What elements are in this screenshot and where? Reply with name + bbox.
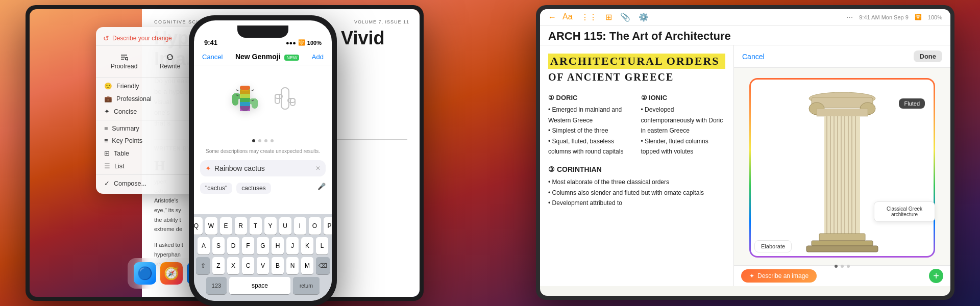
concise-item[interactable]: ✦Concise <box>96 105 198 118</box>
svg-rect-37 <box>819 234 865 241</box>
key-u[interactable]: U <box>279 217 291 235</box>
doric-note-2: • Simplest of the three <box>548 125 633 136</box>
summary-label: Summary <box>112 125 139 132</box>
summary-item[interactable]: ≡Summary <box>96 122 198 135</box>
key-y[interactable]: Y <box>264 217 277 235</box>
cancel-done-bar: Cancel Done <box>734 45 950 68</box>
svg-rect-27 <box>824 116 860 234</box>
list-item[interactable]: ☰List <box>96 160 198 172</box>
svg-rect-9 <box>240 94 250 98</box>
key-return[interactable]: return <box>293 277 320 294</box>
professional-label: Professional <box>116 95 152 103</box>
describe-change-row[interactable]: ↺ Describe your change <box>96 31 198 46</box>
genmoji-warning: Some descriptions may create unexpected … <box>194 146 332 158</box>
describe-image-button[interactable]: ✦ Describe an image <box>741 269 817 283</box>
ionic-note-2: • Slender, fluted columns topped with vo… <box>641 136 726 157</box>
key-d[interactable]: D <box>227 237 239 254</box>
toolbar-icon-font[interactable]: Aa <box>562 12 573 22</box>
table-item[interactable]: ⊞Table <box>96 147 198 160</box>
key-n[interactable]: N <box>286 257 299 274</box>
done-button[interactable]: Done <box>914 50 943 62</box>
toolbar-icon-table[interactable]: ⊞ <box>605 12 612 22</box>
corinthian-title: ③ CORINTHIAN <box>548 164 725 176</box>
heading-line2: OF ANCIENT GREECE <box>548 71 725 83</box>
toolbar-icon-list[interactable]: ⋮⋮ <box>581 12 597 22</box>
dot-1 <box>252 139 255 142</box>
classical-label: Classical Greek architecture <box>874 201 935 222</box>
cactus-emoji-alt <box>271 80 299 124</box>
doric-note-3: • Squat, fluted, baseless columns with r… <box>548 136 633 157</box>
dot-4 <box>271 139 274 142</box>
toolbar-icon-attach[interactable]: 📎 <box>620 12 630 22</box>
svg-point-0 <box>126 58 128 60</box>
key-x[interactable]: X <box>227 257 239 274</box>
key-f[interactable]: F <box>242 237 254 254</box>
proofread-rewrite-row: Proofread Rewrite <box>96 48 198 75</box>
mic-icon[interactable]: 🎤 <box>317 183 326 194</box>
svg-rect-12 <box>240 106 250 111</box>
doric-column: ① DORIC • Emerged in mainland and Wester… <box>548 89 633 157</box>
kb-row-4: 123 space return <box>196 277 330 294</box>
ipad-back-button[interactable]: ← <box>548 13 556 22</box>
scene: ↺ Describe your change Proofread Rewrite <box>0 0 980 306</box>
key-l[interactable]: L <box>316 237 328 254</box>
key-points-item[interactable]: ≡Key Points <box>96 135 198 147</box>
key-p[interactable]: P <box>324 217 332 235</box>
key-j[interactable]: J <box>286 237 299 254</box>
compose-item[interactable]: ✓Compose... <box>96 177 198 190</box>
key-z[interactable]: Z <box>212 257 225 274</box>
rewrite-button[interactable]: Rewrite <box>147 50 193 73</box>
key-k[interactable]: K <box>301 237 313 254</box>
list-label: List <box>114 163 124 170</box>
friendly-item[interactable]: 🙂Friendly <box>96 80 198 92</box>
key-w[interactable]: W <box>205 217 217 235</box>
key-backspace[interactable]: ⌫ <box>316 257 330 274</box>
fluted-label[interactable]: Fluted <box>899 98 925 109</box>
key-r[interactable]: R <box>235 217 247 235</box>
genmoji-cancel-btn[interactable]: Cancel <box>202 53 223 61</box>
key-shift[interactable]: ⇧ <box>196 257 210 274</box>
suggestion-cactus[interactable]: "cactus" <box>200 183 232 194</box>
professional-item[interactable]: 💼Professional <box>96 92 198 105</box>
plus-button[interactable]: + <box>929 269 943 283</box>
key-a[interactable]: A <box>198 237 210 254</box>
toolbar-icon-settings[interactable]: ⚙️ <box>639 12 649 22</box>
dot-2 <box>258 139 261 142</box>
proofread-button[interactable]: Proofread <box>101 50 147 73</box>
wifi-icon: 🛜 <box>298 39 305 46</box>
genmoji-search-input[interactable]: Rainbow cactus <box>214 164 312 172</box>
key-s[interactable]: S <box>212 237 225 254</box>
key-g[interactable]: G <box>257 237 269 254</box>
key-m[interactable]: M <box>301 257 313 274</box>
rainbow-cactus-emoji[interactable] <box>227 75 263 129</box>
elaborate-label[interactable]: Elaborate <box>754 240 792 252</box>
key-e[interactable]: E <box>220 217 232 235</box>
concise-label: Concise <box>114 108 137 115</box>
key-c[interactable]: C <box>242 257 254 274</box>
genmoji-add-btn[interactable]: Add <box>312 53 324 61</box>
key-t[interactable]: T <box>250 217 262 235</box>
ipad-toolbar-icons: Aa ⋮⋮ ⊞ 📎 ⚙️ <box>562 12 649 22</box>
describe-placeholder: Describe your change <box>112 35 172 42</box>
key-numbers[interactable]: 123 <box>206 277 227 294</box>
genmoji-header: Cancel New Genmoji NEW Add <box>194 48 332 65</box>
svg-rect-38 <box>812 241 873 246</box>
svg-rect-7 <box>240 86 250 90</box>
battery-icon: 100% <box>307 40 322 46</box>
key-i[interactable]: I <box>294 217 306 235</box>
key-b[interactable]: B <box>272 257 284 274</box>
genmoji-emoji-area <box>194 65 332 139</box>
arch-notes: ① DORIC • Emerged in mainland and Wester… <box>548 89 725 208</box>
dock-icon-safari[interactable]: 🧭 <box>160 262 183 285</box>
key-v[interactable]: V <box>257 257 269 274</box>
key-space[interactable]: space <box>229 277 290 294</box>
key-o[interactable]: O <box>309 217 321 235</box>
key-h[interactable]: H <box>272 237 284 254</box>
dock-icon-finder[interactable]: 🔵 <box>134 262 156 285</box>
clear-search-icon[interactable]: ✕ <box>315 165 321 172</box>
genmoji-search-bar[interactable]: ✦ Rainbow cactus ✕ <box>200 160 326 176</box>
cancel-button[interactable]: Cancel <box>742 53 765 61</box>
dot-3 <box>264 139 267 142</box>
suggestion-cactuses[interactable]: cactuses <box>236 183 271 194</box>
key-q[interactable]: Q <box>194 217 203 235</box>
